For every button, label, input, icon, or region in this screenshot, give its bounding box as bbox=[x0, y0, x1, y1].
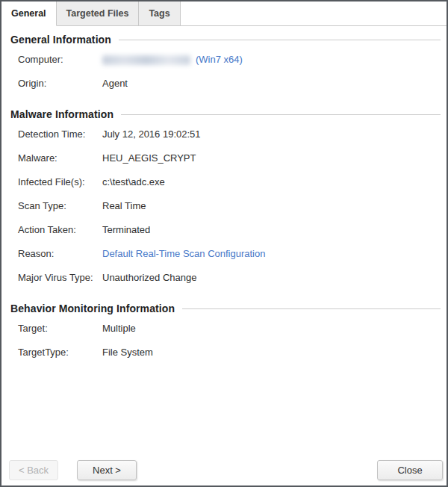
tab-bar-filler bbox=[181, 1, 447, 26]
section-header: Malware Information bbox=[10, 107, 441, 122]
detail-row-infected-files: Infected File(s): c:\test\adc.exe bbox=[1, 170, 447, 193]
section-divider-line bbox=[182, 308, 441, 309]
tab-panel-general: General Information Computer: (Win7 x64)… bbox=[1, 32, 447, 364]
detail-value: c:\test\adc.exe bbox=[102, 176, 165, 187]
detail-label: Major Virus Type: bbox=[18, 272, 102, 283]
detail-value: HEU_AEGIS_CRYPT bbox=[102, 152, 196, 164]
close-button[interactable]: Close bbox=[377, 460, 443, 480]
detail-row-target: Target: Multiple bbox=[1, 316, 447, 340]
detail-label: Scan Type: bbox=[18, 200, 102, 211]
detail-label: TargetType: bbox=[18, 347, 102, 358]
detail-label: Action Taken: bbox=[18, 224, 102, 235]
detail-label: Infected File(s): bbox=[18, 176, 102, 187]
section-malware-information: Malware Information Detection Time: July… bbox=[1, 107, 447, 289]
section-general-information: General Information Computer: (Win7 x64)… bbox=[1, 32, 447, 95]
detail-value: Multiple bbox=[102, 323, 136, 334]
detail-value: Unauthorized Change bbox=[102, 272, 196, 283]
tab-tags-label: Tags bbox=[149, 8, 169, 19]
detail-row-action-taken: Action Taken: Terminated bbox=[1, 217, 447, 241]
section-title: Behavior Monitoring Information bbox=[10, 303, 175, 314]
computer-name-redacted bbox=[102, 55, 190, 65]
tab-bar: General Targeted Files Tags bbox=[1, 1, 447, 26]
footer-button-bar: < Back Next > Close bbox=[9, 460, 443, 480]
detail-row-computer: Computer: (Win7 x64) bbox=[1, 47, 447, 71]
computer-os-link[interactable]: (Win7 x64) bbox=[196, 54, 243, 65]
detail-label: Detection Time: bbox=[18, 128, 102, 140]
next-button[interactable]: Next > bbox=[77, 460, 137, 480]
detail-row-scan-type: Scan Type: Real Time bbox=[1, 193, 447, 217]
tab-targeted-files[interactable]: Targeted Files bbox=[57, 1, 140, 26]
detail-label: Origin: bbox=[18, 78, 102, 89]
section-title: General Information bbox=[10, 34, 111, 46]
detail-value: Real Time bbox=[102, 200, 146, 211]
detail-row-target-type: TargetType: File System bbox=[1, 340, 447, 364]
tab-targeted-files-label: Targeted Files bbox=[66, 8, 129, 19]
detail-value: File System bbox=[102, 347, 153, 358]
tab-general-label: General bbox=[11, 8, 46, 19]
detail-row-major-virus-type: Major Virus Type: Unauthorized Change bbox=[1, 265, 447, 289]
section-behavior-monitoring-information: Behavior Monitoring Information Target: … bbox=[1, 301, 447, 364]
back-button[interactable]: < Back bbox=[9, 460, 58, 480]
section-header: General Information bbox=[10, 32, 441, 47]
detail-label: Target: bbox=[18, 323, 102, 334]
detail-row-malware: Malware: HEU_AEGIS_CRYPT bbox=[1, 146, 447, 170]
detail-label: Computer: bbox=[18, 54, 102, 65]
section-divider-line bbox=[121, 114, 441, 115]
malware-detection-details-dialog: General Targeted Files Tags General Info… bbox=[0, 0, 448, 487]
detail-row-origin: Origin: Agent bbox=[1, 71, 447, 95]
section-title: Malware Information bbox=[10, 108, 113, 120]
detail-label: Reason: bbox=[18, 248, 102, 259]
reason-link[interactable]: Default Real-Time Scan Configuration bbox=[102, 248, 265, 259]
detail-label: Malware: bbox=[18, 152, 102, 164]
detail-value: Terminated bbox=[102, 224, 150, 235]
section-divider-line bbox=[119, 40, 441, 40]
detail-value: (Win7 x64) bbox=[102, 54, 243, 65]
tab-general[interactable]: General bbox=[1, 1, 57, 26]
detail-row-reason: Reason: Default Real-Time Scan Configura… bbox=[1, 241, 447, 265]
section-header: Behavior Monitoring Information bbox=[10, 301, 441, 316]
tab-tags[interactable]: Tags bbox=[139, 1, 180, 26]
detail-value: Agent bbox=[102, 78, 128, 89]
detail-row-detection-time: Detection Time: July 12, 2016 19:02:51 bbox=[1, 122, 447, 146]
detail-value: July 12, 2016 19:02:51 bbox=[102, 128, 201, 140]
